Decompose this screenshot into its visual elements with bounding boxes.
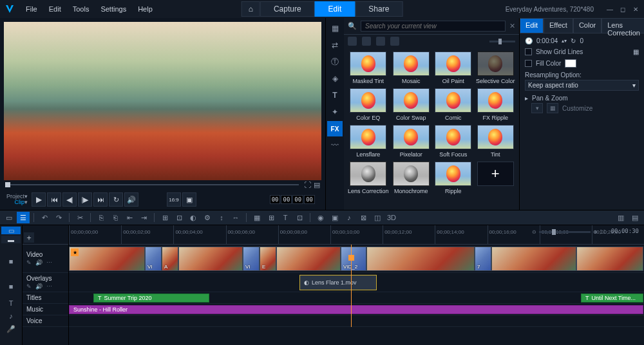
aspect-button[interactable]: 16:9 — [167, 192, 181, 207]
tool-10-button[interactable]: ↔ — [229, 212, 242, 223]
thumb-size-slider[interactable] — [489, 41, 515, 42]
lib-filter-icon[interactable]: ✦ — [327, 104, 343, 120]
lib-fx-item[interactable]: Monochrome — [392, 162, 431, 194]
lib-toggle-icon[interactable] — [362, 37, 371, 46]
playhead[interactable] — [351, 245, 352, 327]
mode-home[interactable]: ⌂ — [242, 1, 260, 17]
lib-fx-item[interactable]: Lens Correction — [348, 162, 389, 194]
expand-icon[interactable]: ⛶ — [304, 181, 311, 189]
loop-button[interactable]: ↻ — [109, 192, 123, 207]
menu-file[interactable]: File — [21, 3, 43, 15]
lib-graphics-icon[interactable]: ◈ — [327, 71, 343, 86]
resampling-select[interactable]: Keep aspect ratio▾ — [525, 80, 639, 91]
lib-fx-item[interactable]: Color EQ — [348, 88, 389, 121]
tool-16-button[interactable]: ▣ — [328, 212, 341, 223]
lib-fx-item[interactable]: Mosaic — [392, 51, 431, 84]
track-title-icon[interactable]: T — [5, 297, 17, 309]
clear-search-icon[interactable]: ✕ — [509, 22, 515, 30]
video-clip[interactable] — [576, 247, 643, 271]
fill-checkbox[interactable] — [525, 60, 532, 67]
lib-fx-item[interactable]: Tint — [476, 125, 515, 158]
title-clip[interactable]: TSummer Trip 2020 — [93, 294, 209, 303]
play-button[interactable]: ▶ — [32, 192, 46, 207]
lib-media-icon[interactable]: ▦ — [327, 21, 343, 36]
tool-2-button[interactable]: ⎗ — [109, 212, 122, 223]
lib-view-icon[interactable] — [348, 37, 357, 46]
lib-fx-item[interactable]: Soft Focus — [433, 125, 473, 158]
track-lock-icon[interactable]: ✎ — [26, 283, 32, 290]
scrub-marker-icon[interactable] — [5, 182, 10, 187]
tool-18-button[interactable]: ⊠ — [357, 212, 370, 223]
insert-mode-button[interactable]: ▭ — [1, 227, 21, 234]
lib-fx-icon[interactable]: FX — [327, 121, 343, 136]
next-frame-button[interactable]: |▶ — [78, 192, 92, 207]
timeline-ruler[interactable]: 00;00;00;0000;00;02;0000;00;04;0000;00;0… — [69, 225, 644, 245]
lib-fx-item[interactable]: Comic — [433, 88, 473, 121]
track-music[interactable]: Sunshine - Hill Roller — [69, 304, 644, 315]
duration-value[interactable]: 0:00:04 — [536, 37, 558, 44]
grid-icon[interactable]: ▦ — [633, 48, 639, 55]
tool-3-button[interactable]: ⇤ — [123, 212, 136, 223]
lib-fx-item[interactable]: Masked Tint — [348, 51, 389, 84]
tool-5-button[interactable]: ⊞ — [158, 212, 171, 223]
track-voice[interactable] — [69, 315, 644, 327]
tool-7-button[interactable]: ◐ — [187, 212, 200, 223]
split-icon[interactable]: ▤ — [314, 181, 320, 189]
redo-button[interactable]: ↷ — [52, 212, 65, 223]
tool-1-button[interactable]: ⎘ — [95, 212, 108, 223]
lib-fx-item[interactable]: Oil Paint — [433, 51, 473, 84]
mode-capture[interactable]: Capture — [260, 1, 315, 17]
track-head-overlays[interactable]: Overlays✎🔊⋯ — [23, 273, 68, 292]
lib-fx-item[interactable]: Selective Color — [476, 51, 515, 84]
timecode-display[interactable]: 00 00 00 00 — [270, 195, 315, 204]
track-mute-icon[interactable]: 🔊 — [35, 259, 43, 266]
opt-tab-edit[interactable]: Edit — [520, 18, 544, 33]
tool-19-button[interactable]: ◫ — [371, 212, 384, 223]
track-overlays[interactable]: ◐Lens Flare 1.mov — [69, 273, 644, 292]
video-clip[interactable]: E — [260, 247, 276, 271]
opt-tab-color[interactable]: Color — [573, 18, 601, 33]
lib-path-icon[interactable]: 〰 — [327, 138, 343, 153]
zoom-in-icon[interactable]: ⊕ — [593, 229, 598, 235]
zoom-out-icon[interactable]: ⊖ — [532, 229, 536, 235]
goto-end-button[interactable]: ⏭ — [93, 192, 108, 207]
tool-13-button[interactable]: T — [279, 212, 292, 223]
tool-6-button[interactable]: ⊡ — [173, 212, 185, 223]
lib-fx-item[interactable]: Pixelator — [392, 125, 431, 158]
menu-help[interactable]: Help — [133, 3, 158, 15]
video-clip[interactable]: ★ — [69, 247, 145, 271]
storyboard-view-button[interactable]: ▭ — [3, 212, 15, 223]
track-head-titles[interactable]: Titles — [23, 292, 68, 304]
video-clip[interactable]: VI — [145, 247, 162, 271]
minimize-button[interactable]: — — [605, 5, 614, 14]
lib-fx-item[interactable]: FX Ripple — [476, 88, 515, 121]
video-clip[interactable]: A — [162, 247, 178, 271]
cut-button[interactable]: ✂ — [73, 212, 86, 223]
lib-fx-item[interactable]: Lensflare — [348, 125, 389, 158]
opt-tab-lens[interactable]: Lens Correction — [601, 18, 644, 33]
opt-tab-effect[interactable]: Effect — [544, 18, 573, 33]
tool-22-button[interactable]: ▤ — [629, 212, 641, 223]
tool-8-button[interactable]: ⚙ — [201, 212, 214, 223]
prev-frame-button[interactable]: ◀| — [62, 192, 77, 207]
lib-titles-icon[interactable]: Ⓣ — [327, 54, 343, 70]
mode-edit[interactable]: Edit — [315, 1, 355, 17]
track-lock-icon[interactable]: ✎ — [26, 259, 32, 266]
close-button[interactable]: ✕ — [631, 5, 640, 14]
timeline-content[interactable]: 00;00;00;0000;00;02;0000;00;04;0000;00;0… — [69, 225, 644, 345]
goto-start-button[interactable]: ⏮ — [47, 192, 61, 207]
tool-20-button[interactable]: 3D — [385, 212, 398, 223]
track-head-video[interactable]: Video✎🔊⋯ — [23, 245, 68, 273]
panzoom-customize-button[interactable]: ▦ — [547, 103, 558, 113]
tool-21-button[interactable]: ▥ — [614, 212, 627, 223]
zoom-fit-icon[interactable]: ⛶ — [600, 229, 605, 235]
panzoom-preset-button[interactable]: ▾ — [531, 103, 543, 113]
lib-add-item[interactable]: + — [476, 162, 515, 194]
tool-15-button[interactable]: ◉ — [314, 212, 327, 223]
tool-4-button[interactable]: ⇥ — [137, 212, 150, 223]
snapshot-button[interactable]: ▣ — [182, 192, 196, 207]
lib-text-icon[interactable]: T — [327, 88, 343, 103]
volume-button[interactable]: 🔊 — [124, 192, 138, 207]
video-clip[interactable] — [366, 247, 475, 271]
title-clip[interactable]: TUntil Next Time... — [581, 294, 643, 303]
